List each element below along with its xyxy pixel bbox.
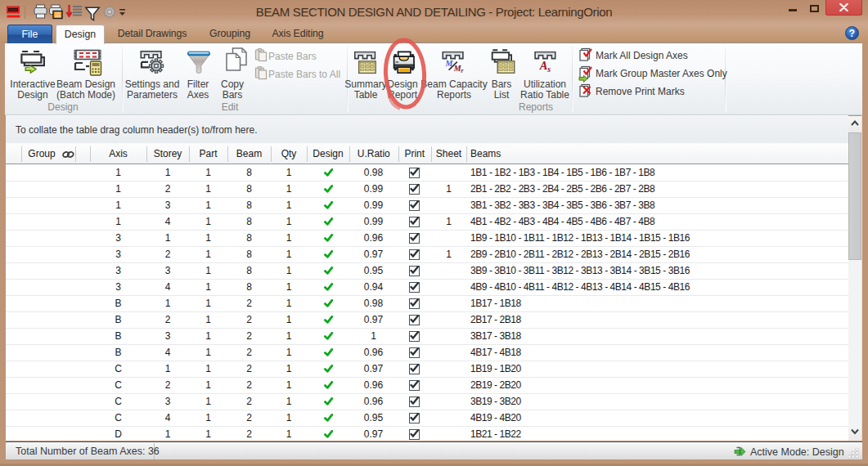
svg-text:s: s <box>546 65 551 74</box>
svg-text:A: A <box>539 59 548 72</box>
svg-text:r: r <box>461 67 464 74</box>
